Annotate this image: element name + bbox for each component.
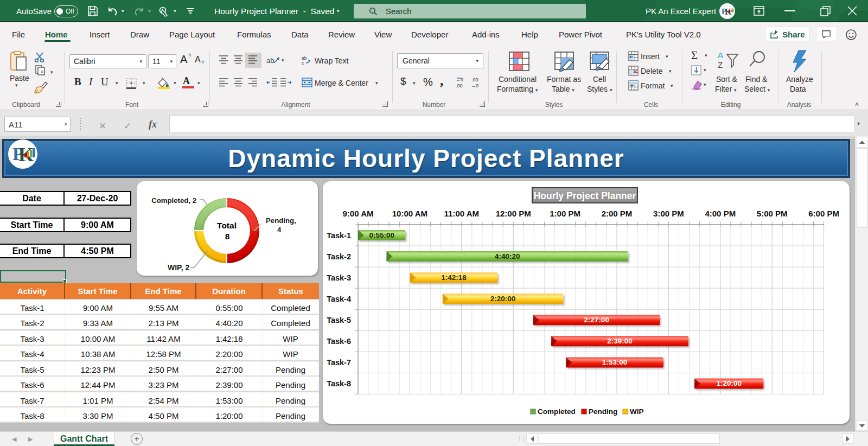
svg-text:Task-3: Task-3 <box>327 273 351 282</box>
svg-text:2:00 PM: 2:00 PM <box>602 209 633 218</box>
svg-text:1:53:00: 1:53:00 <box>602 358 628 366</box>
svg-text:Pending: Pending <box>589 407 617 416</box>
svg-text:WIP, 2: WIP, 2 <box>168 263 189 272</box>
svg-text:.00: .00 <box>471 77 478 82</box>
svg-text:6:00 PM: 6:00 PM <box>808 209 839 218</box>
svg-text:4: 4 <box>277 226 282 234</box>
svg-text:2:39:00: 2:39:00 <box>607 337 633 345</box>
svg-text:2:20:00: 2:20:00 <box>490 295 516 303</box>
svg-text:Total: Total <box>217 221 237 230</box>
svg-text:Completed: Completed <box>538 407 576 416</box>
svg-text:A: A <box>718 50 723 60</box>
svg-text:5:00 PM: 5:00 PM <box>757 209 788 218</box>
svg-text:.00: .00 <box>456 83 463 88</box>
svg-text:11:00 AM: 11:00 AM <box>444 209 479 218</box>
svg-text:WIP: WIP <box>630 407 644 416</box>
svg-text:Task-2: Task-2 <box>327 252 351 261</box>
svg-text:ab: ab <box>266 56 274 65</box>
svg-text:8: 8 <box>225 232 230 241</box>
svg-text:0:55:00: 0:55:00 <box>369 231 394 239</box>
svg-text:4:40:20: 4:40:20 <box>495 252 520 260</box>
svg-text:Task-7: Task-7 <box>327 358 351 367</box>
svg-text:Task-4: Task-4 <box>327 295 351 303</box>
svg-text:Task-8: Task-8 <box>327 379 351 388</box>
svg-text:Hourly Project Planner: Hourly Project Planner <box>534 190 636 201</box>
svg-text:12:00 PM: 12:00 PM <box>496 209 531 218</box>
svg-text:10:00 AM: 10:00 AM <box>392 209 427 218</box>
svg-text:2:27:00: 2:27:00 <box>584 316 609 324</box>
svg-text:Task-1: Task-1 <box>327 231 351 240</box>
svg-text:3:00 PM: 3:00 PM <box>653 209 684 218</box>
svg-text:Pending,: Pending, <box>266 216 296 225</box>
svg-text:Task-6: Task-6 <box>327 337 351 346</box>
svg-text:1:42:18: 1:42:18 <box>441 273 467 282</box>
svg-text:→0: →0 <box>471 83 478 88</box>
svg-text:9:00 AM: 9:00 AM <box>343 209 374 218</box>
svg-text:1:00 PM: 1:00 PM <box>550 209 580 218</box>
svg-text:4:00 PM: 4:00 PM <box>705 209 736 218</box>
svg-text:c: c <box>302 60 304 65</box>
svg-text:1:20:00: 1:20:00 <box>716 379 742 387</box>
svg-text:Z: Z <box>718 60 723 68</box>
svg-text:Task-5: Task-5 <box>327 316 351 324</box>
svg-text:Completed, 2: Completed, 2 <box>151 196 196 205</box>
